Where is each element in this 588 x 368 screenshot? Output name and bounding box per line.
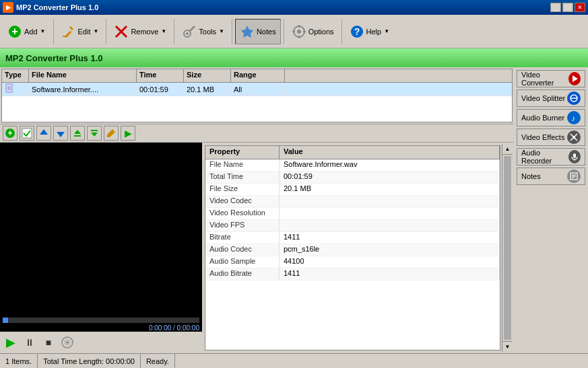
video-effects-button[interactable]: Video Effects [517, 128, 585, 146]
prop-row: Video Codec [205, 196, 500, 208]
video-splitter-label: Video Splitter [521, 94, 565, 102]
svg-text:♪: ♪ [571, 114, 575, 122]
file-list-body: Software.Informer.... 00:01:59 20.1 MB A… [2, 83, 512, 96]
main-content: Type File Name Time Size Range Software.… [0, 67, 588, 353]
prop-name-cell: Audio Codec [205, 244, 280, 256]
prop-row: Audio Sample44100 [205, 256, 500, 268]
help-menu-button[interactable]: ? Help ▼ [345, 19, 395, 44]
status-count: 1 Items. [0, 354, 38, 368]
play-button[interactable]: ▶ [3, 334, 19, 351]
svg-marker-26 [40, 129, 48, 135]
props-header: Property Value [205, 146, 500, 159]
toolbar-move-bottom-btn[interactable] [87, 126, 102, 141]
status-total-time: Total Time Length: 00:00:00 [38, 354, 141, 368]
dvd-button[interactable] [59, 334, 75, 351]
prop-value-cell [280, 220, 500, 231]
edit-label: Edit [78, 28, 91, 36]
status-ready: Ready. [141, 354, 175, 368]
video-screen [0, 143, 202, 316]
right-panel: Video Converter Video Splitter Audio Bur… [514, 67, 588, 353]
svg-text:+: + [11, 26, 18, 37]
video-splitter-button[interactable]: Video Splitter [517, 89, 585, 107]
edit-menu-button[interactable]: Edit ▼ [57, 19, 104, 44]
prop-value-cell: 00:01:59 [280, 172, 500, 183]
video-seekbar[interactable] [3, 318, 199, 323]
notes-menu-button[interactable]: Notes [235, 19, 281, 44]
sep-5 [284, 19, 284, 44]
remove-menu-button[interactable]: Remove ▼ [109, 19, 171, 44]
prop-value-cell: 20.1 MB [280, 184, 500, 195]
col-header-time: Time [137, 69, 184, 82]
add-menu-button[interactable]: + Add ▼ [3, 19, 51, 44]
notes-button-icon [567, 170, 581, 183]
close-button[interactable]: ✕ [575, 3, 585, 12]
prop-row: File Size20.1 MB [205, 184, 500, 196]
video-splitter-icon [567, 91, 581, 105]
toolbar-move-down-btn[interactable] [53, 126, 68, 141]
stop-button[interactable]: ■ [40, 334, 57, 351]
toolbar-edit-btn[interactable] [104, 126, 119, 141]
props-body[interactable]: File NameSoftware.Informer.wavTotal Time… [205, 159, 500, 350]
options-label: Options [308, 28, 334, 36]
audio-burner-button[interactable]: Audio Burner ♪ [517, 109, 585, 126]
sep-6 [341, 19, 342, 44]
tools-menu-button[interactable]: Tools ▼ [177, 19, 229, 44]
notes-button[interactable]: Notes [517, 168, 585, 185]
file-name-cell: Software.Informer.... [29, 85, 137, 94]
props-scroll-thumb [504, 156, 511, 340]
video-converter-button[interactable]: Video Converter [517, 70, 585, 87]
prop-name-cell: File Name [205, 159, 280, 171]
svg-rect-4 [63, 36, 68, 37]
col-header-range: Range [231, 69, 285, 82]
file-row[interactable]: Software.Informer.... 00:01:59 20.1 MB A… [2, 83, 512, 96]
svg-marker-27 [57, 132, 65, 137]
title-bar: ▶ MP2 Converter Plus 1.0 _ □ ✕ [0, 0, 588, 15]
toolbar-move-up-btn[interactable] [36, 126, 51, 141]
sep-4 [232, 19, 232, 44]
add-label: Add [24, 28, 38, 36]
svg-marker-10 [241, 26, 253, 38]
options-menu-button[interactable]: Options [287, 19, 339, 44]
video-effects-icon [567, 131, 581, 144]
prop-header-property: Property [205, 146, 280, 159]
svg-point-12 [297, 30, 301, 34]
svg-line-8 [190, 26, 195, 31]
minimize-button[interactable]: _ [550, 3, 561, 12]
svg-text:+: + [7, 128, 12, 138]
notes-label: Notes [257, 28, 276, 36]
tools-dropdown-arrow: ▼ [219, 28, 224, 34]
audio-burner-label: Audio Burner [521, 114, 564, 122]
video-seekbar-fill [3, 318, 8, 323]
props-scroll-down[interactable]: ▼ [502, 341, 513, 352]
file-list: Type File Name Time Size Range Software.… [1, 69, 513, 122]
svg-marker-32 [107, 129, 115, 137]
app-icon: ▶ [3, 2, 13, 13]
svg-text:?: ? [354, 26, 360, 37]
prop-name-cell: Audio Bitrate [205, 268, 280, 280]
add-icon: + [7, 24, 22, 39]
audio-recorder-label: Audio Recorder [521, 149, 568, 165]
prop-name-cell: Video FPS [205, 220, 280, 231]
app-banner: MP2 Converter Plus 1.0 [0, 48, 588, 67]
col-header-filename: File Name [29, 69, 137, 82]
toolbar-move-top-btn[interactable] [70, 126, 85, 141]
remove-dropdown-arrow: ▼ [161, 28, 166, 34]
toolbar-play-btn[interactable]: ▶ [121, 126, 135, 141]
svg-point-34 [66, 341, 69, 344]
toolbar-add-btn[interactable]: + [3, 126, 18, 141]
prop-row: Audio Bitrate1411 [205, 268, 500, 281]
properties-wrapper: Property Value File NameSoftware.Informe… [203, 144, 513, 352]
pause-button[interactable]: ⏸ [22, 334, 38, 351]
col-header-type: Type [2, 69, 29, 82]
audio-recorder-button[interactable]: Audio Recorder [517, 148, 585, 165]
toolbar-check-btn[interactable] [20, 126, 34, 141]
window-controls[interactable]: _ □ ✕ [550, 3, 585, 12]
maximize-button[interactable]: □ [562, 3, 573, 12]
prop-value-cell: 1411 [280, 268, 500, 280]
help-dropdown-arrow: ▼ [384, 28, 389, 34]
help-label: Help [366, 28, 382, 36]
props-scroll-up[interactable]: ▲ [502, 144, 513, 155]
prop-value-cell: Software.Informer.wav [280, 159, 500, 171]
prop-name-cell: File Size [205, 184, 280, 195]
bottom-section: 0:00:00 / 0:00:00 ▶ ⏸ ■ Property Value [0, 143, 514, 353]
